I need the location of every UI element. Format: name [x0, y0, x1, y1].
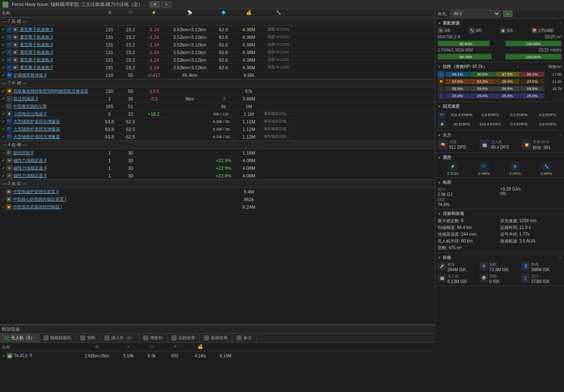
capacitor-title: 电容 [443, 180, 451, 185]
item-name[interactable]: 重型离子疾速炮 II [20, 27, 53, 33]
tab-implants[interactable]: 插入件（1） [100, 334, 139, 342]
hull-res-row: ⬡ 59.9% 59.8% 59.8% 59.8% 18.7k [438, 85, 561, 92]
tab-carrier[interactable]: 舰载舰载机 [39, 334, 76, 342]
table-row[interactable]: ✓T▶重型离子疾速炮 II 131 23.2 -1.24 3.52km+3.12… [0, 49, 435, 56]
targeting-header[interactable]: ▼ 目标和杂项 [438, 211, 561, 217]
drone-price-icon: 🤖 [438, 274, 446, 282]
expand-icon[interactable]: ≡ [559, 133, 561, 137]
man-item-1: ⚡ 0 GJ/s [438, 162, 468, 176]
col-cpu: 93.8 [99, 119, 120, 124]
table-row[interactable]: ✓T▶重型离子疾速炮 II 131 23.2 -1.24 3.52km+3.12… [0, 56, 435, 64]
tab-cargo[interactable]: 货舱 [76, 334, 100, 342]
table-row[interactable]: ○⚙损伤控制 II 1 30 1.18M [0, 149, 435, 157]
tab-remote[interactable]: 远程效果 [167, 334, 200, 342]
man-icon-4: 🔧 [542, 162, 551, 171]
item-name[interactable]: 重型离子疾速炮 II [20, 65, 53, 71]
item-name[interactable]: 护盾指挥脉冲波 II [14, 72, 46, 78]
tab-add[interactable]: + [161, 1, 172, 8]
table-row[interactable]: ✓🛡大型辅助护盾回充增量器 93.8 62.5 6.29k / 30.6s (+… [0, 133, 435, 141]
item-name[interactable]: 重型离子疾速炮 II [20, 57, 53, 63]
col-cpu: 131 [99, 35, 120, 40]
table-row[interactable]: ✓T▶重型离子疾速炮 II 131 23.2 -1.24 3.52km+3.12… [0, 41, 435, 49]
item-name[interactable]: 大型辅助护盾回充增量器 [14, 134, 60, 140]
table-row[interactable]: ✓T▶重型离子疾速炮 II 131 23.2 -1.24 3.52km+3.12… [0, 33, 435, 41]
table-row[interactable]: ✓🛡大型辅助护盾回充增量器 93.8 62.5 6.29k / 30.6s (+… [0, 118, 435, 125]
col-misc: 9s [213, 104, 234, 109]
drone-rate: 4.14/s [188, 354, 213, 358]
expand-icon[interactable]: ≡ [559, 21, 561, 25]
tab-drones[interactable]: 无人机（5） [0, 334, 39, 342]
tab-boosters[interactable]: 增效剂 [139, 334, 167, 342]
item-name[interactable]: 磁性力场稳定器 II [14, 165, 46, 171]
item-name[interactable]: 重型离子疾速炮 II [20, 49, 53, 55]
item-name[interactable]: 大型辅助护盾回充增量器 [14, 119, 60, 125]
expand-icon[interactable]: ≡ [517, 65, 519, 69]
item-name[interactable]: 四联氟化锂抑制型50MN微型跃迁推进器 [14, 88, 88, 94]
table-row[interactable]: ○▣中型电磁护盾强化装置 II 8.4M [0, 188, 435, 196]
col-header-2: ⚙ [99, 10, 120, 16]
item-name[interactable]: 中型微型跳跃引擎 [13, 103, 47, 109]
item-name[interactable]: 跃迁扰频器 II [14, 96, 38, 102]
table-row[interactable]: ○▣中型混合武器急转控制器 I 8.24M [0, 203, 435, 211]
item-name[interactable]: 小型电容注电器 II [14, 111, 46, 117]
table-row[interactable]: ✓⚡小型电容注电器 II 5 15 +18.2 400 / 12s (+10s)… [0, 110, 435, 118]
low-slot-icon: ▣ [500, 27, 506, 33]
item-name[interactable]: 中型混合武器急转控制器 I [13, 204, 62, 210]
rch-s1: 616.9 EHP/s [448, 113, 476, 117]
col-pg: 30 [120, 158, 141, 163]
item-name[interactable]: 损伤控制 II [13, 150, 33, 156]
tf-value: 654/706.2 tf [438, 35, 460, 39]
tab-close[interactable]: × [150, 1, 160, 8]
col-misc: +22.9% [213, 166, 234, 171]
booster-tab-icon [143, 335, 148, 340]
table-row[interactable]: ✓T▶重型离子疾速炮 II 131 23.2 -1.24 3.52km+3.12… [0, 26, 435, 33]
firepower-header[interactable]: ▼ 火力 ≡ [438, 132, 561, 138]
color-select[interactable]: All 5 [450, 10, 501, 17]
maneuver-header[interactable]: ▼ 遥控 [438, 155, 561, 161]
color-label: 角色: [438, 11, 447, 17]
item-name[interactable]: 中型核心防御跳控稳定装置 I [13, 196, 66, 202]
col-cap: -0.417 [141, 73, 166, 78]
item-name[interactable]: 磁性力场稳定器 II [14, 173, 46, 179]
table-row[interactable]: ✓🛡大型辅助护盾回充增量器 93.8 62.5 6.29k / 30.6s (+… [0, 125, 435, 133]
character-icon: 👤 [521, 262, 530, 270]
shield-hp: 17.6k [545, 72, 561, 76]
capacitor-header[interactable]: ▼ 电容 [438, 180, 561, 185]
item-name[interactable]: 大型辅助护盾回充增量器 [14, 126, 60, 132]
carrier-tab-label: 舰载舰载机 [50, 335, 71, 341]
table-row[interactable]: ✓◈磁性力场稳定器 II 1 30 +22.9% 4.08M [0, 157, 435, 164]
drone-row[interactable]: ✓ 🤖 5x 武士 II 2.62km+2km 5.18k 6.3k 602 4… [2, 351, 433, 360]
item-name[interactable]: 磁性力场稳定器 II [14, 158, 46, 163]
implant-tab-label: 插入件（1） [111, 335, 135, 341]
pw2-value: 25/25 mbit/s [539, 48, 561, 52]
table-row[interactable]: ○▣中型核心防御跳控稳定装置 I 962k [0, 196, 435, 203]
man-icon-1: ⚡ [448, 162, 458, 171]
tab-push[interactable]: 推择效果 [200, 334, 232, 342]
color-apply-button[interactable]: ✓ [503, 11, 512, 17]
color-selector-bar: 角色: All 5 ✓ [435, 9, 564, 19]
resources-header[interactable]: ▼ 装配资源 ≡ [438, 20, 561, 26]
shield-em: 49.1% [445, 72, 470, 77]
table-row[interactable]: ✓T▶重型离子疾速炮 II 131 23.2 -1.24 3.52km+3.12… [0, 64, 435, 71]
recharge-header[interactable]: ▼ 回充速度 [438, 103, 561, 109]
resistance-header[interactable]: ▼ 抗性（有效HP: 47.7k） ≡ 有效HP [438, 64, 561, 70]
item-name[interactable]: 重型离子疾速炮 II [20, 34, 53, 40]
check-icon: ○ [2, 104, 5, 109]
cargo-price-label: 货舱 [489, 274, 499, 279]
expand-icon[interactable]: ≡ [559, 256, 561, 260]
tab-notes[interactable]: 备注 [232, 334, 256, 342]
col-price: 1.12M [234, 134, 264, 139]
table-row[interactable]: ○⬡中型微型跳跃引擎 165 51 9s 1M [0, 103, 435, 110]
col-price: 4.38M [234, 57, 264, 63]
item-name[interactable]: 中型电磁护盾强化装置 II [13, 189, 59, 195]
table-row[interactable]: ✓◈磁性力场稳定器 II 1 30 +22.9% 4.08M [0, 164, 435, 172]
col-price: 4.38M [234, 50, 264, 55]
table-row[interactable]: ✓🔵护盾指挥脉冲波 II 110 55 -0.417 49.4km 6.6M [0, 71, 435, 79]
table-row[interactable]: ✓⬟四联氟化锂抑制型50MN微型跃迁推进器 150 50 -13.5 57k [0, 87, 435, 95]
pg-value: 25/25 m³ [545, 35, 561, 39]
table-row[interactable]: ✓~跃迁扰频器 II 1 36 -0.9 9km -2 3.88M [0, 95, 435, 103]
price-header[interactable]: ▼ 价格 ≡ [438, 255, 561, 261]
item-name[interactable]: 重型离子疾速炮 II [20, 42, 53, 48]
pw-bar2: 100.00% [505, 54, 562, 60]
table-row[interactable]: ✓◈磁性力场稳定器 II 1 30 +22.9% 4.08M [0, 172, 435, 180]
